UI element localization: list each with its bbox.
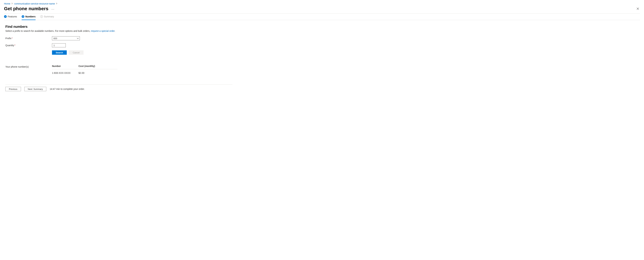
desc-text: Select a prefix to search for available … xyxy=(5,30,91,32)
breadcrumb-resource[interactable]: communication-service-resource-name xyxy=(14,2,55,5)
next-summary-button[interactable]: Next: Summary xyxy=(24,87,46,91)
close-button[interactable] xyxy=(636,6,640,11)
quantity-label: Quantity* xyxy=(5,44,52,47)
page-title: Get phone numbers xyxy=(4,6,48,11)
quantity-input[interactable] xyxy=(52,43,66,47)
step-badge-2: 2 xyxy=(22,15,24,18)
find-numbers-heading: Find numbers xyxy=(5,25,232,29)
tab-numbers[interactable]: 2 Numbers xyxy=(22,15,36,20)
tab-summary: 3 Summary xyxy=(40,15,54,20)
table-row: 1-833-XXX-XXXX $2.00 xyxy=(52,69,118,76)
previous-button[interactable]: Previous xyxy=(5,87,21,91)
order-timer-hint: 14:47 min to complete your order. xyxy=(50,88,85,90)
col-header-number: Number xyxy=(52,65,78,67)
breadcrumb: Home communication-service-resource-name xyxy=(4,2,640,5)
check-icon xyxy=(4,15,7,18)
close-icon xyxy=(636,7,639,10)
tab-label: Summary xyxy=(44,15,54,18)
desc-suffix: . xyxy=(114,30,115,32)
cancel-button: Cancel xyxy=(69,50,84,55)
tab-features[interactable]: Features xyxy=(4,15,17,20)
cell-cost: $2.00 xyxy=(78,72,118,74)
your-phone-numbers-label: Your phone number(s) xyxy=(5,65,52,68)
breadcrumb-home[interactable]: Home xyxy=(4,2,10,5)
search-button[interactable]: Search xyxy=(52,50,67,55)
prefix-select[interactable] xyxy=(52,36,80,40)
tab-label: Numbers xyxy=(25,15,36,18)
chevron-right-icon xyxy=(12,2,13,5)
wizard-tabs: Features 2 Numbers 3 Summary xyxy=(4,13,640,20)
cell-number: 1-833-XXX-XXXX xyxy=(52,72,78,74)
find-numbers-description: Select a prefix to search for available … xyxy=(5,30,232,32)
prefix-label: Prefix* xyxy=(5,37,52,40)
chevron-right-icon xyxy=(56,2,58,5)
col-header-cost: Cost (monthly) xyxy=(78,65,118,67)
phone-numbers-table: Number Cost (monthly) 1-833-XXX-XXXX $2.… xyxy=(52,65,118,76)
tab-label: Features xyxy=(8,15,17,18)
step-badge-3: 3 xyxy=(40,15,43,18)
more-options-icon[interactable]: ··· xyxy=(51,6,54,11)
request-special-order-link[interactable]: request a special order xyxy=(91,30,115,32)
